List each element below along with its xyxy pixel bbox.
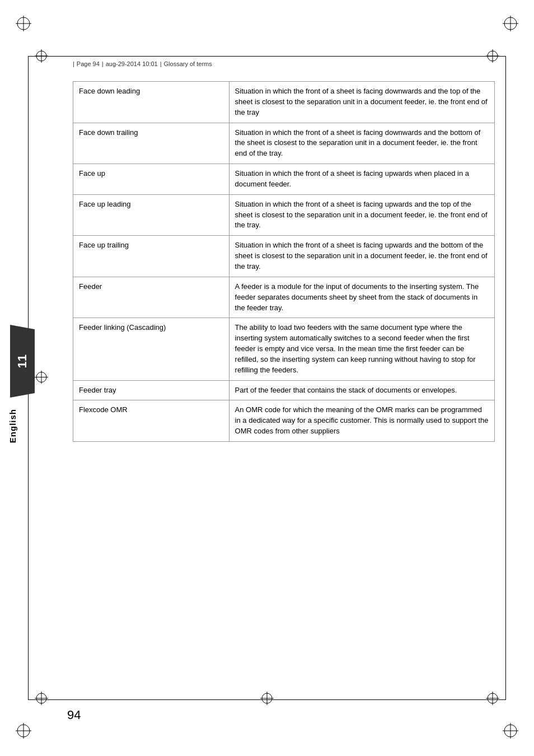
glossary-table: Face down leadingSituation in which the … <box>73 81 495 442</box>
header-date: aug-29-2014 10:01 <box>106 60 158 67</box>
reg-mark-br-outer <box>503 723 518 740</box>
page-number: 94 <box>67 708 81 722</box>
term-cell: Feeder linking (Cascading) <box>73 318 229 380</box>
table-row: Face down leadingSituation in which the … <box>73 82 495 123</box>
term-cell: Feeder tray <box>73 380 229 400</box>
reg-mark-tl-inner <box>35 49 48 64</box>
term-cell: Face down leading <box>73 82 229 123</box>
chapter-number: 11 <box>16 354 29 368</box>
definition-cell: Situation in which the front of a sheet … <box>229 194 494 236</box>
definition-cell: Part of the feeder that contains the sta… <box>229 380 494 400</box>
table-row: Face up trailingSituation in which the f… <box>73 236 495 277</box>
table-row: Face up leadingSituation in which the fr… <box>73 194 495 236</box>
definition-cell: The ability to load two feeders with the… <box>229 318 494 380</box>
table-row: Face upSituation in which the front of a… <box>73 164 495 195</box>
table-row: Feeder trayPart of the feeder that conta… <box>73 380 495 400</box>
definition-cell: Situation in which the front of a sheet … <box>229 236 494 277</box>
header-separator3: | <box>160 60 162 67</box>
term-cell: Face up leading <box>73 194 229 236</box>
definition-cell: Situation in which the front of a sheet … <box>229 164 494 195</box>
chapter-tab: 11 <box>10 325 35 398</box>
definition-cell: An OMR code for which the meaning of the… <box>229 400 494 442</box>
term-cell: Face down trailing <box>73 123 229 164</box>
chapter-language: English <box>8 409 17 443</box>
term-cell: Face up <box>73 164 229 195</box>
border-top <box>28 56 506 57</box>
table-row: FeederA feeder is a module for the input… <box>73 277 495 318</box>
page-header: | Page 94 | aug-29-2014 10:01 | Glossary… <box>73 60 478 67</box>
header-separator1: | <box>73 60 74 67</box>
reg-mark-tr-outer <box>503 16 518 33</box>
reg-mark-tl-outer <box>16 16 31 33</box>
header-page-ref: Page 94 <box>77 60 100 67</box>
header-section: Glossary of terms <box>164 60 212 67</box>
border-bottom <box>28 699 506 700</box>
definition-cell: Situation in which the front of a sheet … <box>229 123 494 164</box>
table-row: Feeder linking (Cascading)The ability to… <box>73 318 495 380</box>
definition-cell: Situation in which the front of a sheet … <box>229 82 494 123</box>
reg-mark-lc <box>35 371 48 386</box>
main-content: Face down leadingSituation in which the … <box>73 81 495 683</box>
header-separator2: | <box>102 60 104 67</box>
table-row: Face down trailingSituation in which the… <box>73 123 495 164</box>
term-cell: Feeder <box>73 277 229 318</box>
reg-mark-tr-inner <box>486 49 499 64</box>
term-cell: Face up trailing <box>73 236 229 277</box>
term-cell: Flexcode OMR <box>73 400 229 442</box>
border-right <box>505 56 506 700</box>
definition-cell: A feeder is a module for the input of do… <box>229 277 494 318</box>
table-row: Flexcode OMRAn OMR code for which the me… <box>73 400 495 442</box>
reg-mark-bl-outer <box>16 723 31 740</box>
